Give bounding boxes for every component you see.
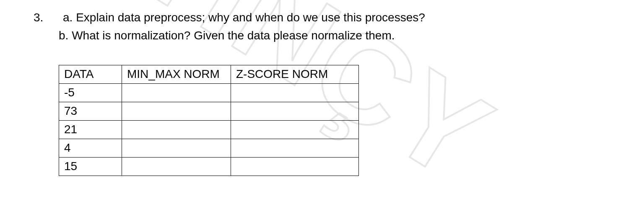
th-zscore: Z-SCORE NORM [231, 65, 359, 83]
cell-minmax [122, 120, 231, 139]
th-data: DATA [59, 65, 122, 83]
question-number: 3. [34, 8, 63, 26]
cell-zscore [231, 102, 359, 120]
cell-zscore [231, 83, 359, 102]
table-row: 21 [59, 120, 359, 139]
cell-data: 21 [59, 120, 122, 139]
table-row: 4 [59, 139, 359, 157]
question-part-a: a. Explain data preprocess; why and when… [63, 8, 629, 26]
cell-minmax [122, 157, 231, 176]
question-block: 3. a. Explain data preprocess; why and w… [34, 8, 629, 176]
cell-minmax [122, 83, 231, 102]
cell-minmax [122, 102, 231, 120]
table-row: 15 [59, 157, 359, 176]
question-line-a: 3. a. Explain data preprocess; why and w… [34, 8, 629, 26]
cell-minmax [122, 139, 231, 157]
cell-zscore [231, 157, 359, 176]
question-line-b: b. What is normalization? Given the data… [34, 26, 629, 44]
question-part-b: b. What is normalization? Given the data… [59, 26, 629, 44]
th-minmax: MIN_MAX NORM [122, 65, 231, 83]
data-table: DATA MIN_MAX NORM Z-SCORE NORM -5 73 21 … [59, 65, 359, 176]
table-row: 73 [59, 102, 359, 120]
cell-data: -5 [59, 83, 122, 102]
cell-data: 15 [59, 157, 122, 176]
table-row: -5 [59, 83, 359, 102]
cell-zscore [231, 120, 359, 139]
cell-data: 73 [59, 102, 122, 120]
cell-data: 4 [59, 139, 122, 157]
table-header-row: DATA MIN_MAX NORM Z-SCORE NORM [59, 65, 359, 83]
cell-zscore [231, 139, 359, 157]
